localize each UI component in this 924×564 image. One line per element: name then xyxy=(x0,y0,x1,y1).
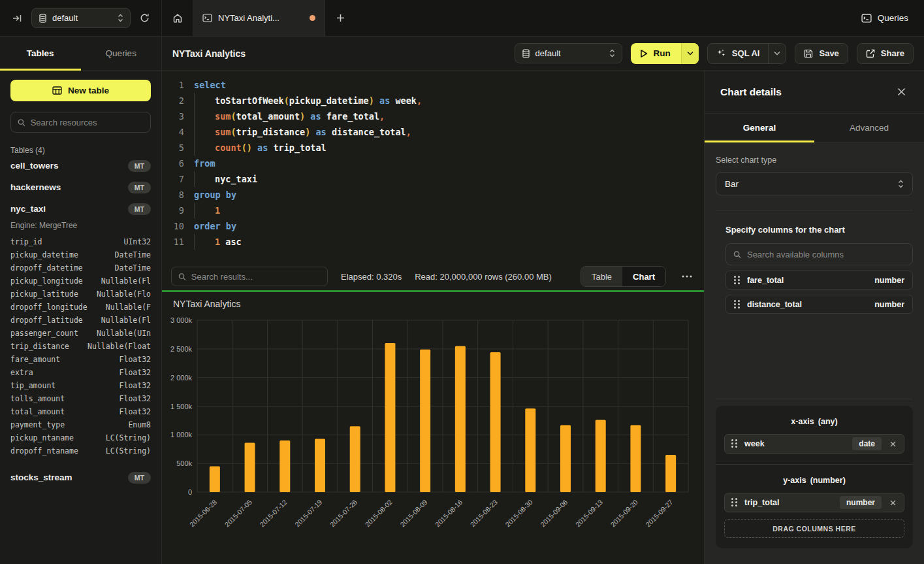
columns-search[interactable] xyxy=(725,243,913,265)
run-database-selector[interactable]: default xyxy=(515,43,622,63)
bar-2015-07-05[interactable] xyxy=(245,443,255,492)
bar-2015-09-20[interactable] xyxy=(630,425,641,492)
run-button[interactable]: Run xyxy=(631,43,681,64)
column-type: number xyxy=(874,300,904,309)
tab-advanced[interactable]: Advanced xyxy=(814,114,924,142)
sidebar-search[interactable] xyxy=(10,112,151,133)
bar-2015-08-02[interactable] xyxy=(385,343,395,492)
y-axis-column-chip[interactable]: trip_total number xyxy=(724,493,904,512)
indent-guide xyxy=(194,124,215,140)
column-row: pickup_latitudeNullable(Flo xyxy=(10,288,151,301)
x-axis-column-chip[interactable]: week date xyxy=(724,434,904,454)
code-line-3[interactable]: 3sum(total_amount) as fare_total, xyxy=(162,108,704,124)
bar-2015-09-13[interactable] xyxy=(596,420,606,492)
code-line-6[interactable]: 6from xyxy=(162,156,704,171)
column-name: extra xyxy=(10,366,33,379)
columns-search-input[interactable] xyxy=(747,250,905,259)
bar-2015-08-30[interactable] xyxy=(525,408,535,492)
bar-2015-07-26[interactable] xyxy=(350,426,360,492)
drag-handle-icon[interactable] xyxy=(731,439,737,448)
column-name: pickup_longitude xyxy=(10,274,83,288)
sql-ai-options-button[interactable] xyxy=(768,44,786,63)
bar-chart[interactable]: 0500k1 000k1 500k2 000k2 500k3 000k2015-… xyxy=(162,309,704,564)
sidebar-collapse-icon[interactable] xyxy=(9,10,25,26)
code-line-1[interactable]: 1select xyxy=(162,77,704,93)
available-column-fare-total[interactable]: fare_total number xyxy=(725,271,913,290)
new-tab-button[interactable] xyxy=(325,0,355,36)
bar-2015-08-16[interactable] xyxy=(455,346,466,492)
remove-column-button[interactable] xyxy=(889,499,897,507)
available-column-distance-total[interactable]: distance_total number xyxy=(725,295,913,314)
results-search[interactable] xyxy=(171,267,328,286)
tab-nytaxi-analytics[interactable]: NYTaxi Analyti... xyxy=(193,0,325,36)
chart-details-panel: Chart details General Advanced Select ch… xyxy=(704,71,924,564)
refresh-icon[interactable] xyxy=(137,10,152,25)
database-selector[interactable]: default xyxy=(31,8,131,28)
view-toggle-chart[interactable]: Chart xyxy=(622,267,665,286)
code-line-8[interactable]: 8group by xyxy=(162,187,704,203)
drop-zone[interactable]: DRAG COLUMNS HERE xyxy=(724,519,904,538)
drag-handle-icon[interactable] xyxy=(734,276,740,285)
engine-badge: MT xyxy=(128,160,151,172)
run-options-button[interactable] xyxy=(681,43,699,64)
share-button[interactable]: Share xyxy=(857,43,914,64)
results-toolbar: Elapsed: 0.320s Read: 20,000,000 rows (2… xyxy=(162,263,704,290)
indent-guide xyxy=(194,234,215,250)
results-search-input[interactable] xyxy=(191,272,321,282)
bar-2015-06-28[interactable] xyxy=(210,467,220,492)
line-number: 3 xyxy=(162,108,184,124)
tab-general[interactable]: General xyxy=(705,114,814,142)
table-row-stocks_stream[interactable]: stocks_streamMT xyxy=(10,467,151,488)
bar-2015-07-19[interactable] xyxy=(315,439,325,492)
tables-section-title: Tables (4) xyxy=(10,146,151,155)
drag-handle-icon[interactable] xyxy=(731,498,737,507)
close-panel-button[interactable] xyxy=(895,85,908,99)
elapsed-stat: Elapsed: 0.320s xyxy=(341,272,402,282)
line-number: 6 xyxy=(162,156,184,171)
queries-label: Queries xyxy=(878,13,908,23)
x-tick-label: 2015-09-20 xyxy=(609,498,639,529)
column-name: passenger_count xyxy=(10,327,78,340)
sidebar-body: New table Tables (4) cell_towersMThacker… xyxy=(0,71,161,488)
bar-2015-08-23[interactable] xyxy=(490,352,501,492)
sidebar-tab-tables[interactable]: Tables xyxy=(0,37,81,70)
table-row-nyc_taxi[interactable]: nyc_taxiMT xyxy=(10,198,151,220)
column-type: DateTime xyxy=(115,261,151,274)
code-line-11[interactable]: 111 asc xyxy=(162,234,704,250)
panel-title: Chart details xyxy=(720,86,782,98)
tables-list: cell_towersMThackernewsMTnyc_taxiMTEngin… xyxy=(10,155,151,488)
code-line-7[interactable]: 7nyc_taxi xyxy=(162,171,704,187)
sidebar-search-input[interactable] xyxy=(31,118,144,127)
bar-2015-09-06[interactable] xyxy=(560,425,571,492)
code-line-2[interactable]: 2toStartOfWeek(pickup_datetime) as week, xyxy=(162,93,704,108)
queries-button[interactable]: Queries xyxy=(861,13,908,23)
code-line-5[interactable]: 5count() as trip_total xyxy=(162,140,704,156)
home-button[interactable] xyxy=(162,0,193,36)
x-tick-label: 2015-09-13 xyxy=(574,498,605,529)
column-name: distance_total xyxy=(747,300,802,309)
sidebar-tab-queries[interactable]: Queries xyxy=(81,37,162,70)
chip-type-badge: number xyxy=(840,496,882,509)
sql-ai-button[interactable]: SQL AI xyxy=(708,44,769,63)
bar-2015-08-09[interactable] xyxy=(420,350,430,492)
code-line-9[interactable]: 91 xyxy=(162,203,704,218)
save-button[interactable]: Save xyxy=(795,43,848,64)
remove-column-button[interactable] xyxy=(889,440,897,448)
line-number: 8 xyxy=(162,187,184,203)
tab-strip: NYTaxi Analyti... xyxy=(162,0,846,36)
new-table-button[interactable]: New table xyxy=(10,80,151,101)
code-line-10[interactable]: 10order by xyxy=(162,218,704,234)
drag-handle-icon[interactable] xyxy=(734,300,740,309)
code-line-4[interactable]: 4sum(trip_distance) as distance_total, xyxy=(162,124,704,140)
bar-2015-07-12[interactable] xyxy=(279,440,290,492)
run-label: Run xyxy=(654,48,671,58)
table-row-cell_towers[interactable]: cell_towersMT xyxy=(10,155,151,176)
sql-editor[interactable]: 1select2toStartOfWeek(pickup_datetime) a… xyxy=(162,71,704,263)
more-options-button[interactable] xyxy=(679,275,695,278)
bar-2015-09-27[interactable] xyxy=(665,455,676,492)
column-type: Float32 xyxy=(119,353,151,366)
table-row-hackernews[interactable]: hackernewsMT xyxy=(10,176,151,198)
chart-type-value: Bar xyxy=(725,179,898,189)
view-toggle-table[interactable]: Table xyxy=(581,267,622,286)
chart-type-select[interactable]: Bar xyxy=(716,172,913,195)
